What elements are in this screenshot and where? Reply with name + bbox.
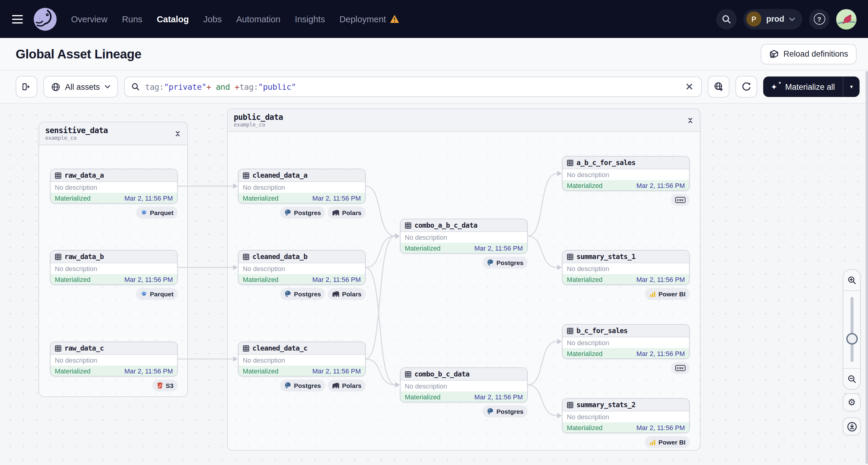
app-root: Overview Runs Catalog Jobs Automation In… — [0, 0, 868, 465]
asset-node-combo_a_b_c_data[interactable]: combo_a_b_c_dataNo descriptionMaterializ… — [400, 219, 528, 254]
page-header: Global Asset Lineage Reload definitions — [0, 38, 868, 70]
asset-node-raw_data_c[interactable]: raw_data_cNo descriptionMaterializedMar … — [50, 342, 178, 376]
warning-icon — [390, 14, 399, 24]
asset-badges-row: Parquet — [50, 207, 178, 219]
asset-status: Materialized — [567, 182, 603, 189]
dagster-logo-icon[interactable] — [34, 7, 57, 30]
asset-node-summary_stats_1[interactable]: summary_stats_1No descriptionMaterialize… — [562, 250, 690, 285]
zoom-out-button[interactable] — [843, 369, 860, 389]
asset-node-cleaned_data_c[interactable]: cleaned_data_cNo descriptionMaterialized… — [238, 342, 366, 376]
kind-badge-csv[interactable]: csv — [671, 194, 690, 206]
zoom-slider[interactable] — [843, 290, 860, 369]
materialize-all-button[interactable]: ✦✦ Materialize all — [764, 76, 843, 97]
zoom-slider-thumb[interactable] — [846, 333, 858, 345]
panel-toggle-button[interactable] — [16, 76, 37, 98]
reload-cube-icon — [769, 49, 779, 59]
kind-badge-powerbi[interactable]: Power BI — [645, 288, 690, 300]
parquet-icon — [141, 290, 148, 298]
asset-node-header: raw_data_c — [51, 342, 177, 355]
kind-badge-csv[interactable]: csv — [671, 362, 690, 374]
help-icon[interactable]: ? — [809, 9, 830, 29]
nav-item-jobs[interactable]: Jobs — [203, 14, 222, 24]
kind-badge-postgres[interactable]: Postgres — [483, 405, 528, 417]
environment-name: prod — [766, 14, 784, 24]
kind-badge-label: Postgres — [496, 259, 523, 266]
asset-badges-row: PostgresPolars — [238, 207, 366, 219]
kind-badge-parquet[interactable]: Parquet — [136, 207, 178, 219]
environment-switcher[interactable]: P prod — [743, 9, 802, 29]
lineage-canvas[interactable]: sensitive_dataexample_copublic_dataexamp… — [0, 103, 868, 465]
environment-initial: P — [746, 11, 762, 27]
kind-badge-label: Polars — [342, 382, 362, 389]
kind-badge-label: Power BI — [658, 290, 685, 298]
asset-scope-selector[interactable]: All assets — [43, 76, 118, 98]
asset-timestamp: Mar 2, 11:56 PM — [637, 182, 685, 189]
refresh-button[interactable] — [736, 76, 757, 98]
collapse-group-icon[interactable] — [687, 117, 694, 124]
nav-item-runs[interactable]: Runs — [122, 14, 143, 24]
graph-settings-button[interactable]: ⚙ — [843, 393, 861, 411]
asset-filter-input[interactable]: tag:"private"+ and +tag:"public" ✕ — [124, 76, 702, 97]
kind-badge-postgres[interactable]: Postgres — [483, 257, 528, 269]
vertical-scrollbar[interactable] — [866, 71, 868, 464]
materialize-all-label: Materialize all — [785, 82, 835, 91]
group-header[interactable]: sensitive_dataexample_co — [39, 122, 187, 145]
nav-item-insights[interactable]: Insights — [295, 14, 325, 24]
table-icon — [243, 345, 249, 351]
asset-name: cleaned_data_c — [252, 344, 308, 352]
asset-status: Materialized — [405, 393, 441, 401]
asset-node-cleaned_data_b[interactable]: cleaned_data_bNo descriptionMaterialized… — [238, 250, 366, 285]
asset-status: Materialized — [567, 350, 603, 357]
group-header[interactable]: public_dataexample_co — [228, 109, 700, 132]
hamburger-menu-icon[interactable] — [12, 15, 23, 23]
zoom-in-button[interactable] — [843, 270, 860, 290]
asset-node-raw_data_b[interactable]: raw_data_bNo descriptionMaterializedMar … — [50, 250, 178, 285]
asset-name: b_c_for_sales — [577, 327, 628, 335]
collapse-group-icon[interactable] — [174, 130, 181, 137]
kind-badge-postgres[interactable]: Postgres — [280, 207, 325, 219]
nav-right-cluster: P prod ? — [716, 9, 868, 29]
kind-badge-polars[interactable]: Polars — [328, 379, 366, 392]
kind-badge-postgres[interactable]: Postgres — [280, 379, 325, 392]
asset-node-a_b_c_for_sales[interactable]: a_b_c_for_salesNo descriptionMaterialize… — [562, 156, 690, 191]
search-icon[interactable] — [716, 9, 737, 29]
reload-definitions-button[interactable]: Reload definitions — [761, 44, 857, 64]
nav-item-automation[interactable]: Automation — [236, 14, 280, 24]
download-image-button[interactable] — [843, 417, 861, 435]
nav-item-catalog[interactable]: Catalog — [157, 14, 189, 24]
chevron-down-icon — [789, 17, 795, 21]
s3-icon — [157, 382, 163, 389]
asset-badges-row: Power BI — [562, 436, 690, 448]
nav-item-overview[interactable]: Overview — [71, 14, 107, 24]
asset-node-combo_b_c_data[interactable]: combo_b_c_dataNo descriptionMaterialized… — [400, 367, 528, 402]
kind-badge-s3[interactable]: S3 — [152, 379, 178, 392]
asset-badges-row: Power BI — [562, 288, 690, 300]
asset-timestamp: Mar 2, 11:56 PM — [124, 276, 173, 283]
table-icon — [567, 401, 574, 408]
kind-badge-powerbi[interactable]: Power BI — [645, 436, 690, 448]
postgres-icon — [284, 290, 291, 298]
clear-filter-icon[interactable]: ✕ — [684, 82, 695, 92]
polars-icon — [332, 382, 340, 389]
asset-node-header: a_b_c_for_sales — [563, 157, 689, 169]
asset-description: No description — [51, 263, 177, 274]
csv-icon: csv — [675, 197, 685, 203]
postgres-icon — [487, 259, 494, 266]
kind-badge-postgres[interactable]: Postgres — [280, 288, 325, 300]
asset-node-raw_data_a[interactable]: raw_data_aNo descriptionMaterializedMar … — [50, 169, 178, 204]
asset-node-summary_stats_2[interactable]: summary_stats_2No descriptionMaterialize… — [562, 398, 690, 433]
kind-badge-polars[interactable]: Polars — [328, 288, 366, 300]
materialize-dropdown-button[interactable]: ▾ — [843, 76, 860, 97]
nav-items: Overview Runs Catalog Jobs Automation In… — [71, 14, 399, 24]
asset-description: No description — [401, 232, 527, 243]
asset-node-cleaned_data_a[interactable]: cleaned_data_aNo descriptionMaterialized… — [238, 169, 366, 204]
kind-badge-polars[interactable]: Polars — [328, 207, 366, 219]
nav-item-deployment[interactable]: Deployment — [339, 14, 386, 24]
zoom-slider-track[interactable] — [850, 297, 853, 362]
download-icon — [847, 421, 857, 432]
user-avatar[interactable] — [836, 9, 857, 29]
kind-badge-parquet[interactable]: Parquet — [136, 288, 178, 300]
asset-node-header: combo_a_b_c_data — [401, 219, 527, 232]
globe-add-button[interactable] — [708, 76, 730, 98]
asset-node-b_c_for_sales[interactable]: b_c_for_salesNo descriptionMaterializedM… — [562, 324, 690, 359]
